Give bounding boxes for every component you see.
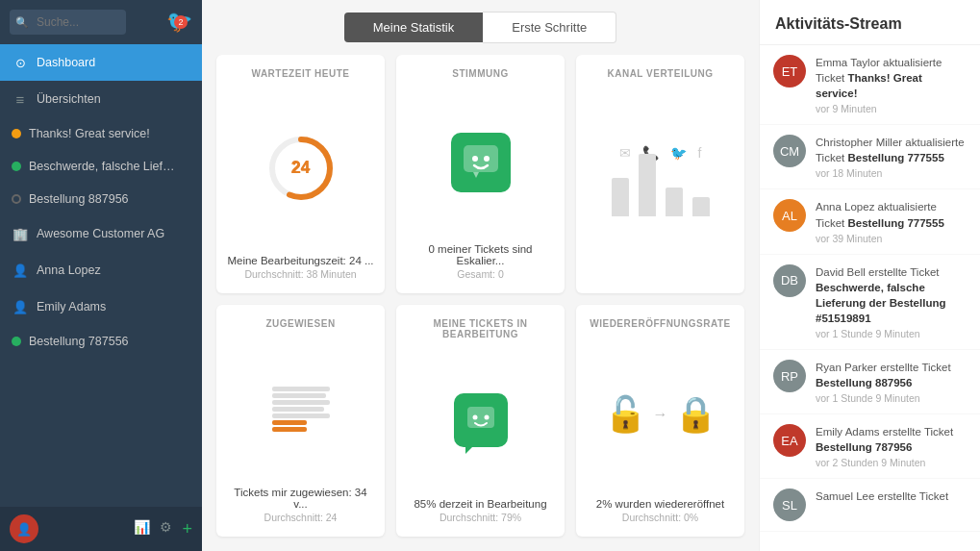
building-icon: 🏢 (12, 225, 29, 242)
svg-point-9 (484, 414, 489, 419)
sidebar-item-ubersichten[interactable]: ≡ Übersichten (0, 81, 202, 117)
person-icon: 👤 (12, 262, 29, 279)
stat-card-kanal: KANAL VERTEILUNG ✉ 📞 🐦 f (576, 55, 744, 293)
activity-item: CM Christopher Miller aktualisierte Tick… (760, 125, 980, 189)
stat-avg-wiedereroffnung: Durchschnitt: 0% (622, 512, 698, 523)
stats-grid: WARTEZEIT HEUTE 24 24 Meine Bearbeitungs… (202, 55, 759, 551)
avatar: ET (773, 55, 806, 88)
stat-title-kanal: KANAL VERTEILUNG (607, 68, 713, 79)
stat-avg-bearbeitung: Durchschnitt: 79% (440, 512, 521, 523)
stat-title-wiedereroffnung: WIEDERERÖFFNUNGSRATE (590, 318, 730, 329)
activity-time: vor 9 Minuten (816, 103, 967, 114)
ticket-name: Bestellung 777555 (847, 152, 943, 163)
zugewiesen-icon-area (272, 340, 330, 477)
activity-text-area: David Bell erstellte Ticket Beschwerde, … (816, 264, 967, 339)
lock-closed-icon: 🔒 (674, 394, 717, 435)
status-dot-yellow (12, 129, 21, 138)
sidebar-item-dashboard[interactable]: ⊙ Dashboard (0, 44, 202, 81)
wartezeit-icon-area: 24 24 (266, 90, 336, 245)
activity-text: Christopher Miller aktualisierte Ticket … (816, 135, 967, 165)
activity-item: SL Samuel Lee erstellte Ticket (760, 479, 980, 532)
email-icon: ✉ (619, 145, 631, 161)
facebook-icon: f (698, 145, 702, 161)
sidebar-item-ticket4[interactable]: Bestellung 787556 (0, 325, 202, 358)
sidebar-item-label: Emily Adams (37, 300, 106, 313)
activity-text: Samuel Lee erstellte Ticket (816, 488, 948, 504)
activity-title: Aktivitäts-Stream (760, 0, 980, 45)
avatar: SL (773, 488, 806, 521)
bar-email (612, 178, 629, 216)
sidebar-header: 🐦 2 (0, 0, 202, 44)
lock-area: 🔓 → 🔒 (604, 394, 717, 435)
stack-icon (272, 387, 330, 432)
bar-facebook (692, 197, 710, 216)
clock-circle: 24 24 (266, 134, 336, 203)
tab-erste-schritte[interactable]: Erste Schritte (483, 12, 616, 43)
activity-text-area: Samuel Lee erstellte Ticket (816, 488, 948, 506)
add-icon[interactable]: + (182, 519, 192, 539)
stat-card-bearbeitung: MEINE TICKETS IN BEARBEITUNG 85% derzeit… (396, 305, 565, 537)
sidebar-item-contact2[interactable]: 👤 Emily Adams (0, 288, 202, 325)
stimmung-icon-area (451, 90, 511, 234)
stat-value-zugewiesen: Tickets mir zugewiesen: 34 v... (226, 487, 375, 510)
sidebar-item-customer1[interactable]: 🏢 Awesome Customer AG (0, 215, 202, 252)
activity-time: vor 18 Minuten (816, 167, 967, 179)
sidebar-item-label: Awesome Customer AG (37, 227, 164, 240)
status-dot-green (12, 337, 21, 346)
avatar: RP (773, 360, 806, 392)
sidebar-item-contact1[interactable]: 👤 Anna Lopez (0, 252, 202, 288)
stat-card-wartezeit: WARTEZEIT HEUTE 24 24 Meine Bearbeitungs… (216, 55, 385, 293)
bar-phone (639, 154, 656, 216)
lock-open-icon: 🔓 (604, 394, 647, 435)
sidebar-item-label: Beschwerde, falsche Lieferung ... (29, 160, 178, 173)
activity-text: Emily Adams erstellte Ticket Bestellung … (816, 424, 967, 455)
notification-badge: 2 (174, 15, 188, 29)
tab-meine-statistik[interactable]: Meine Statistik (344, 13, 484, 42)
user-avatar[interactable]: 👤 (10, 514, 38, 543)
stat-value-stimmung: 0 meiner Tickets sind Eskalier... (406, 243, 555, 266)
processing-bubble (454, 393, 508, 447)
status-dot-gray (12, 194, 21, 204)
avatar: EA (773, 424, 806, 457)
wiedereroffnung-icon-area: 🔓 → 🔒 (604, 340, 717, 488)
activity-item: ET Emma Taylor aktualisierte Ticket Than… (760, 45, 980, 125)
activity-text-area: Anna Lopez aktualisierte Ticket Bestellu… (816, 199, 967, 243)
activity-text-area: Emma Taylor aktualisierte Ticket Thanks!… (816, 55, 967, 114)
sidebar-item-label: Bestellung 887956 (29, 192, 129, 206)
activity-text: Ryan Parker erstellte Ticket Bestellung … (816, 360, 967, 390)
stat-card-stimmung: STIMMUNG 0 meiner Tickets sind Eskalier.… (396, 55, 565, 293)
sidebar-item-ticket2[interactable]: Beschwerde, falsche Lieferung ... (0, 150, 202, 183)
stat-card-zugewiesen: ZUGEWIESEN Tickets mir zugewiesen: 34 v.… (216, 305, 385, 537)
tabs-bar: Meine Statistik Erste Schritte (202, 0, 759, 55)
activity-text-area: Emily Adams erstellte Ticket Bestellung … (816, 424, 967, 468)
chart-icon[interactable]: 📊 (134, 519, 150, 539)
sidebar-item-label: Dashboard (37, 56, 95, 69)
stat-title-wartezeit: WARTEZEIT HEUTE (252, 68, 350, 79)
sidebar-item-label: Übersichten (37, 92, 101, 106)
person-name: Emma Taylor (816, 57, 880, 68)
activity-item: EA Emily Adams erstellte Ticket Bestellu… (760, 414, 980, 479)
search-input[interactable] (10, 10, 126, 35)
sidebar-item-label: Anna Lopez (37, 263, 101, 277)
twitter-icon: 🐦 (670, 145, 687, 161)
activity-item: DB David Bell erstellte Ticket Beschwerd… (760, 255, 980, 350)
dashboard-icon: ⊙ (12, 54, 29, 71)
sidebar-item-ticket3[interactable]: Bestellung 887956 (0, 183, 202, 215)
activity-list: ET Emma Taylor aktualisierte Ticket Than… (760, 45, 980, 551)
gear-icon[interactable]: ⚙ (160, 519, 172, 539)
right-panel: Aktivitäts-Stream ET Emma Taylor aktuali… (759, 0, 980, 551)
sidebar-item-label: Thanks! Great service! (29, 127, 150, 140)
sidebar-item-label: Bestellung 787556 (29, 335, 129, 348)
svg-point-4 (472, 156, 478, 162)
ticket-name: Bestellung 887956 (816, 377, 912, 388)
clock-number: 24 (290, 158, 310, 178)
stat-value-bearbeitung: 85% derzeit in Bearbeitung (414, 498, 546, 510)
stat-card-wiedereroffnung: WIEDERERÖFFNUNGSRATE 🔓 → 🔒 2% wurden wie… (576, 305, 744, 537)
status-dot-green (12, 162, 21, 171)
activity-time: vor 1 Stunde 9 Minuten (816, 328, 967, 339)
logo-area: 🐦 2 (166, 10, 192, 35)
bearbeitung-icon-area (454, 351, 508, 488)
sidebar: 🐦 2 ⊙ Dashboard ≡ Übersichten Thanks! Gr… (0, 0, 202, 551)
sidebar-item-ticket1[interactable]: Thanks! Great service! (0, 117, 202, 150)
activity-text: Anna Lopez aktualisierte Ticket Bestellu… (816, 199, 967, 230)
